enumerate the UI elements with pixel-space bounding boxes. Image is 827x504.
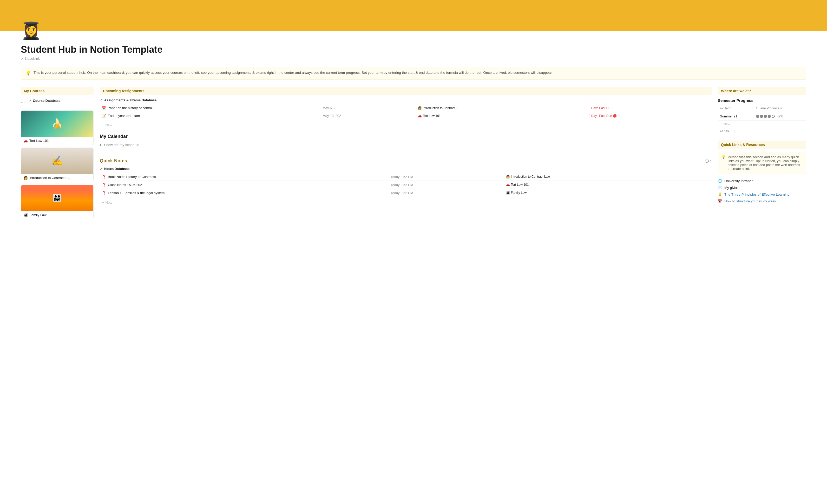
tort-emoji: 🚗: [23, 139, 28, 143]
contract-emoji: 👩: [23, 176, 28, 180]
link-4-icon: 📅: [718, 199, 722, 203]
link-3-icon: 💡: [718, 192, 722, 196]
progress-pct: 42%: [777, 114, 783, 118]
assignment-2-date: May 13, 2021: [321, 112, 416, 120]
arrow-icon: ↗: [28, 99, 31, 103]
backlink-icon: ↗: [21, 57, 23, 60]
comment-badge[interactable]: 💬 1: [705, 159, 712, 163]
progress-circles: 42%: [756, 114, 805, 118]
add-drag-controls[interactable]: + ⠿: [21, 101, 26, 104]
contract-label: 👩 Introduction to Contract L...: [21, 174, 93, 182]
semester-row-1[interactable]: Summer 21 42%: [718, 112, 806, 120]
note-2-icon: ❓: [102, 183, 106, 187]
note-3-time: Today 3:52 PM: [389, 189, 504, 197]
assignment-2-icon: 📝: [102, 114, 106, 118]
semester-progress-title: Semester Progress: [718, 98, 806, 103]
course-card-tort[interactable]: 🚗 Tort Law 101: [21, 110, 94, 145]
right-column: Where are we at? Semester Progress Aa Te…: [718, 87, 806, 204]
my-courses-header: My Courses: [21, 87, 94, 95]
link-item-4[interactable]: 📅 How to structure your study week: [718, 198, 806, 204]
add-column-icon[interactable]: +: [780, 106, 782, 110]
calendar-section: My Calendar ▶ Show me my schedule: [100, 134, 712, 148]
note-3-course: 👨‍👩‍👧‍👦 Family Law: [506, 191, 710, 195]
assignment-2-course: 🚗 Tort Law 101: [418, 114, 585, 118]
calendar-toggle[interactable]: ▶ Show me my schedule: [100, 142, 712, 148]
assignments-table: 📅 Paper on the history of contra... May …: [100, 104, 712, 119]
quick-links-section: Quick Links & Resources 💡 Personalise th…: [718, 141, 806, 204]
new-semester-button[interactable]: + New: [718, 120, 806, 128]
assignment-row-1[interactable]: 📅 Paper on the history of contra... May …: [100, 104, 712, 112]
where-header: Where are we at?: [718, 87, 806, 95]
circle-5: [772, 115, 775, 118]
header-banner: 👩‍🎓: [0, 0, 827, 31]
new-note-button[interactable]: + New: [100, 199, 712, 206]
note-row-3[interactable]: ❓ Lesson 1: Families & the legal system …: [100, 189, 712, 197]
note-3-icon: ❓: [102, 191, 106, 195]
arrow-icon: ↗: [100, 98, 103, 102]
tort-image: [21, 111, 93, 137]
family-label: 👨‍👩‍👧‍👦 Family Law: [21, 211, 93, 219]
course-card-family[interactable]: 👨‍👩‍👧‍👦 Family Law: [21, 185, 94, 219]
plus-icon: +: [720, 122, 722, 126]
link-2-icon: ✉️: [718, 186, 722, 190]
upcoming-assignments-header: Upcoming Assignments: [100, 87, 712, 95]
upcoming-assignments-section: Upcoming Assignments ↗ Assignments & Exa…: [100, 87, 712, 129]
link-item-1[interactable]: 🌐 University Intranet: [718, 178, 806, 184]
sigma-icon: Σ: [756, 106, 758, 110]
assignment-1-icon: 📅: [102, 106, 106, 110]
quick-notes-section: Quick Notes 💬 1 ↗ Notes Database: [100, 158, 712, 206]
calendar-title: My Calendar: [100, 134, 712, 139]
circle-2: [760, 115, 763, 118]
arrow-icon: ↗: [100, 167, 103, 171]
quick-notes-title-area: Quick Notes: [100, 158, 127, 164]
circle-1: [756, 115, 759, 118]
page-content: Student Hub in Notion Template ↗ 1 backl…: [0, 31, 827, 232]
plus-icon: +: [102, 201, 104, 204]
semester-name: Summer 21: [718, 112, 754, 120]
assignment-row-2[interactable]: 📝 End of year tort exam May 13, 2021 🚗 T…: [100, 112, 712, 120]
link-item-2[interactable]: ✉️ My gMail: [718, 184, 806, 191]
toggle-arrow-icon: ▶: [100, 143, 102, 147]
middle-column: Upcoming Assignments ↗ Assignments & Exa…: [100, 87, 712, 206]
notes-table: ❓ Book Notes History of Contracts Today …: [100, 173, 712, 197]
assignment-1-course: 👩 Introduction to Contract...: [418, 106, 585, 110]
bulb-icon: 💡: [26, 71, 31, 75]
where-section: Where are we at? Semester Progress Aa Te…: [718, 87, 806, 134]
page-title: Student Hub in Notion Template: [21, 44, 806, 55]
contract-image: [21, 148, 93, 174]
link-item-3[interactable]: 💡 The Three Principles of Effective Lear…: [718, 191, 806, 198]
link-1-icon: 🌐: [718, 179, 722, 183]
family-image: [21, 185, 93, 211]
semester-table: Aa Term Σ Term Progress +: [718, 105, 806, 120]
note-row-2[interactable]: ❓ Class Notes 15.05.2021 Today 3:52 PM 🚗…: [100, 181, 712, 189]
bulb-icon-ql: 💡: [722, 155, 726, 159]
backlink[interactable]: ↗ 1 backlink: [21, 57, 806, 60]
course-database-link[interactable]: ↗ Course Database: [27, 98, 61, 103]
note-1-time: Today 3:52 PM: [389, 173, 504, 181]
plus-icon: +: [102, 123, 104, 127]
comment-icon: 💬: [705, 159, 709, 163]
info-box: 💡 This is your personal student hub. On …: [21, 67, 806, 80]
notes-db-link[interactable]: ↗ Notes Database: [100, 167, 712, 171]
assignment-2-status: 2 Days Past Due 🔴: [589, 114, 710, 118]
new-assignment-button[interactable]: + New: [100, 121, 712, 129]
page-icon: 👩‍🎓: [21, 22, 42, 39]
assignment-1-date: May 6, 2...: [321, 104, 416, 112]
course-card-contract[interactable]: 👩 Introduction to Contract L...: [21, 148, 94, 182]
family-emoji: 👨‍👩‍👧‍👦: [23, 213, 28, 217]
tort-label: 🚗 Tort Law 101: [21, 137, 93, 145]
count-row: COUNT 1: [718, 128, 806, 134]
quick-notes-title: Quick Notes: [100, 158, 127, 164]
aa-icon: Aa: [720, 107, 723, 110]
assignment-1-status: 9 Days Past Du...: [589, 106, 710, 110]
circle-4: [768, 115, 771, 118]
assignments-db-link[interactable]: ↗ Assignments & Exams Database: [100, 98, 712, 102]
quick-links-header: Quick Links & Resources: [718, 141, 806, 149]
note-2-time: Today 3:52 PM: [389, 181, 504, 189]
note-row-1[interactable]: ❓ Book Notes History of Contracts Today …: [100, 173, 712, 181]
note-1-icon: ❓: [102, 174, 106, 179]
semester-table-header: Aa Term Σ Term Progress +: [718, 105, 806, 112]
ql-info-box: 💡 Personalise this section and add as ma…: [718, 152, 806, 174]
note-1-course: 👩 Introduction to Contract Law: [506, 175, 710, 179]
my-courses-column: My Courses + ⠿ ↗ Course Database 🚗 Tort …: [21, 87, 94, 222]
